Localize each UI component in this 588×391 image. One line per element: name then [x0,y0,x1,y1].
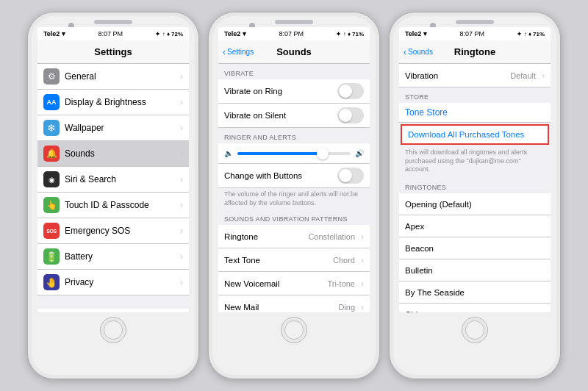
sounds-back-button[interactable]: ‹ Settings [223,47,254,57]
ringtone-item-beacon[interactable]: Beacon [399,237,551,259]
change-buttons-row[interactable]: Change with Buttons [218,164,370,188]
change-buttons-toggle[interactable] [337,168,364,184]
settings-nav-title: Settings [94,46,132,57]
settings-row-battery[interactable]: 🔋 Battery › [37,244,189,270]
privacy-icon: 🤚 [43,274,60,290]
status-time: 8:07 PM [98,30,123,37]
sounds-status-bar: Tele2 ▾ 8:07 PM ✦ ↑ ♦ 71% [218,27,370,40]
ringtone-back-button[interactable]: ‹ Sounds [404,47,433,57]
home-button-1[interactable] [100,317,126,343]
siri-icon: ◉ [43,171,60,187]
battery-icon-row: 🔋 [43,248,60,265]
settings-list: ⚙ General › AA Display & Brightness › ❄ … [37,64,189,312]
ringtone-apex-label: Apex [405,222,545,231]
settings-row-wallpaper[interactable]: ❄ Wallpaper › [37,115,189,141]
settings-row-general[interactable]: ⚙ General › [37,64,189,90]
settings-row-privacy[interactable]: 🤚 Privacy › [37,270,189,295]
ringer-header: RINGER AND ALERTS [218,128,370,143]
voicemail-label: New Voicemail [224,279,328,288]
ringtone-chimes-label: Chimes [405,310,545,312]
slider-thumb[interactable] [317,148,329,159]
display-label: Display & Brightness [65,97,177,107]
ringtone-time: 8:07 PM [459,30,484,37]
vibrate-silent-label: Vibrate on Silent [224,111,337,120]
voicemail-row[interactable]: New Voicemail Tri-tone › [218,272,370,295]
home-button-2[interactable] [281,317,307,343]
settings-row-sos[interactable]: SOS Emergency SOS › [37,218,189,244]
download-tones-row[interactable]: Download All Purchased Tones [401,124,549,145]
texttone-row[interactable]: Text Tone Chord › [218,248,370,272]
toggle-knob-1 [339,85,352,98]
settings-row-display[interactable]: AA Display & Brightness › [37,90,189,115]
volume-slider[interactable] [237,152,351,155]
ringer-note: The volume of the ringer and alerts will… [218,188,370,209]
touchid-icon: 👆 [43,197,60,213]
ringtone-item-opening[interactable]: Opening (Default) [399,193,551,215]
toggle-knob-2 [339,109,352,122]
vibrate-silent-toggle[interactable] [337,107,364,123]
newmail-row[interactable]: New Mail Ding › [218,295,370,312]
screen-sounds: Tele2 ▾ 8:07 PM ✦ ↑ ♦ 71% ‹ Settings Sou… [218,27,370,312]
sounds-carrier: Tele2 ▾ [224,30,246,37]
phones-container: Tele2 ▾ 8:07 PM ✦ ↑ ♦ 72% Settings ⚙ Gen… [20,4,568,387]
ringtone-nav-bar: ‹ Sounds Ringtone [399,40,551,64]
ringtone-item-apex[interactable]: Apex [399,215,551,237]
phone-bottom-1 [100,312,126,349]
settings-row-itunes[interactable]: A iTunes & App Store › [37,309,189,312]
settings-row-touchid[interactable]: 👆 Touch ID & Passcode › [37,193,189,218]
privacy-label: Privacy [65,277,177,287]
ringtone-bulletin-label: Bulletin [405,266,545,275]
volume-slider-row: 🔈 🔊 [218,143,370,164]
ringtone-back-label: Sounds [408,48,433,56]
volume-low-icon: 🔈 [224,149,233,157]
vibration-row[interactable]: Vibration Default › [399,64,551,87]
ringtone-carrier: Tele2 ▾ [405,30,427,37]
sos-icon: SOS [43,223,60,239]
battery-label: Battery [65,251,177,262]
general-label: General [65,71,177,82]
home-button-inner-2 [284,320,304,340]
ringtone-opening-label: Opening (Default) [405,200,545,209]
ringtone-nav-title: Ringtone [454,46,495,57]
sounds-list: VIBRATE Vibrate on Ring Vibrate on Silen… [218,64,370,312]
sounds-battery: ✦ ↑ ♦ 71% [336,31,364,37]
screen-ringtone: Tele2 ▾ 8:07 PM ✦ ↑ ♦ 71% ‹ Sounds Ringt… [399,27,551,312]
screen-settings: Tele2 ▾ 8:07 PM ✦ ↑ ♦ 72% Settings ⚙ Gen… [37,27,189,312]
sounds-icon: 🔔 [43,146,60,162]
speaker-grille-3 [456,20,494,24]
download-note: This will download all ringtones and ale… [399,146,551,178]
sounds-nav-title: Sounds [276,46,312,57]
status-carrier: Tele2 ▾ [43,30,65,37]
phone-ringtone: Tele2 ▾ 8:07 PM ✦ ↑ ♦ 71% ‹ Sounds Ringt… [389,12,561,379]
back-chevron: ‹ [223,47,226,57]
sos-label: Emergency SOS [65,226,177,236]
speaker-grille-2 [275,20,313,24]
ringtone-item-bulletin[interactable]: Bulletin [399,259,551,281]
newmail-value: Ding [338,303,355,312]
vibrate-on-ring-row[interactable]: Vibrate on Ring [218,79,370,104]
ringtone-item-bytheseaside[interactable]: By The Seaside [399,281,551,304]
newmail-label: New Mail [224,303,338,312]
back-label: Settings [227,48,254,56]
speaker-grille [94,20,132,24]
download-tones-label: Download All Purchased Tones [402,126,548,143]
home-button-3[interactable] [462,317,488,343]
slider-fill [237,152,323,155]
ringtone-row[interactable]: Ringtone Constellation › [218,225,370,248]
display-icon: AA [43,94,60,110]
voicemail-value: Tri-tone [328,279,356,288]
vibrate-header: VIBRATE [218,64,370,79]
ringtone-item-chimes[interactable]: Chimes [399,304,551,312]
tone-store-link[interactable]: Tone Store [399,103,551,123]
vibrate-ring-label: Vibrate on Ring [224,87,337,96]
phone-sounds: Tele2 ▾ 8:07 PM ✦ ↑ ♦ 71% ‹ Settings Sou… [208,12,380,379]
wallpaper-icon: ❄ [43,120,60,136]
siri-label: Siri & Search [65,174,177,184]
settings-row-sounds[interactable]: 🔔 Sounds › [37,141,189,167]
vibration-value: Default [510,71,536,80]
settings-row-siri[interactable]: ◉ Siri & Search › [37,167,189,193]
vibrate-ring-toggle[interactable] [337,83,364,99]
status-battery: ✦ ↑ ♦ 72% [155,31,183,37]
vibrate-silent-row[interactable]: Vibrate on Silent [218,104,370,128]
volume-high-icon: 🔊 [355,149,364,157]
